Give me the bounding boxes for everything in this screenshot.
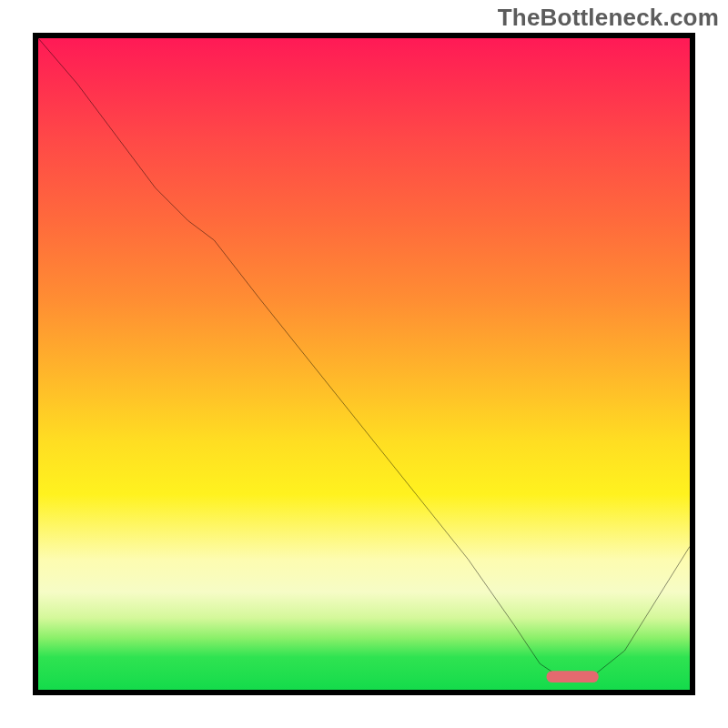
- watermark-text: TheBottleneck.com: [498, 4, 719, 32]
- plot-overlay: [38, 38, 690, 690]
- bottleneck-curve-line: [38, 38, 690, 677]
- plot-frame: [33, 33, 695, 695]
- optimal-marker: [546, 671, 598, 682]
- chart-canvas: TheBottleneck.com: [0, 0, 728, 728]
